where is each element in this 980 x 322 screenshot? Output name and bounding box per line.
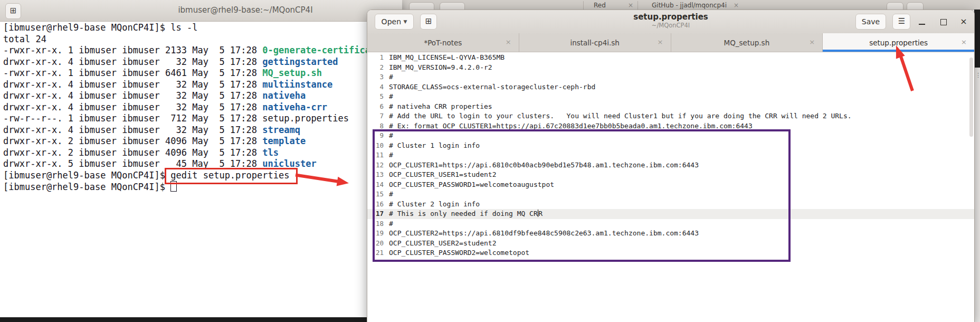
line-number: 1 <box>367 53 387 63</box>
terminal-line: -rwxr-xr-x. 1 ibmuser ibmuser 6461 May 5… <box>3 68 402 79</box>
gedit-new-document-button[interactable]: ⊞ <box>420 14 437 30</box>
editor-line[interactable]: 6# nativeha CRR properties <box>367 102 974 112</box>
scrollbar[interactable] <box>969 58 973 137</box>
new-document-icon: ⊞ <box>425 16 432 26</box>
tab-setup-properties[interactable]: setup.properties× <box>823 33 974 52</box>
code-text: # <box>387 92 393 102</box>
terminal-text: total 24 <box>3 34 46 44</box>
annotation-red-box <box>165 168 298 184</box>
terminal-line: -rwxr-xr-x. 1 ibmuser ibmuser 2133 May 5… <box>3 45 402 56</box>
tab-label: setup.properties <box>869 39 928 47</box>
editor-line[interactable]: 7# Add the URL to login to your clusters… <box>367 111 974 121</box>
chevron-down-icon: ▼ <box>403 19 407 24</box>
background-light-edge <box>974 68 980 322</box>
line-number: 4 <box>367 82 387 92</box>
terminal-line: drwxr-xr-x. 4 ibmuser ibmuser 32 May 5 1… <box>3 90 402 102</box>
line-number: 3 <box>367 72 387 82</box>
terminal-text: drwxr-xr-x. 4 ibmuser ibmuser 32 May 5 1… <box>3 79 262 90</box>
background-close-button[interactable] <box>907 2 924 10</box>
background-dark-edge <box>974 10 980 68</box>
terminal-text: drwxr-xr-x. 2 ibmuser ibmuser 4096 May 5… <box>3 147 262 158</box>
line-number: 6 <box>367 102 387 112</box>
editor-line[interactable]: 5# <box>367 92 974 102</box>
terminal-titlebar: ⊞ ibmuser@rhel9-base:~/MQonCP4I <box>0 0 402 22</box>
line-number: 7 <box>367 111 387 121</box>
editor-line[interactable]: 2IBM_MQ_VERSION=9.4.2.0-r2 <box>367 63 974 73</box>
editor-line[interactable]: 4STORAGE_CLASS=ocs-external-storageclust… <box>367 82 974 92</box>
code-text: IBM_MQ_LICENSE=L-QYVA-B365MB <box>387 53 505 63</box>
line-number: 2 <box>367 63 387 73</box>
terminal-line: drwxr-xr-x. 4 ibmuser ibmuser 32 May 5 1… <box>3 102 402 113</box>
tab-label: MQ_setup.sh <box>724 39 770 47</box>
close-button[interactable]: × <box>958 16 969 27</box>
file-name: multiinstance <box>262 79 332 90</box>
background-tab-close-icon[interactable]: × <box>628 2 633 9</box>
window-title: setup.properties <box>594 12 747 22</box>
close-icon: × <box>960 16 967 26</box>
terminal-line: drwxr-xr-x. 2 ibmuser ibmuser 4096 May 5… <box>3 136 402 147</box>
open-button[interactable]: Open ▼ <box>375 14 414 30</box>
tab-label: *PoT-notes <box>424 39 462 47</box>
terminal-line: total 24 <box>3 34 402 45</box>
terminal-line: drwxr-xr-x. 4 ibmuser ibmuser 32 May 5 1… <box>3 56 402 68</box>
new-tab-icon: ⊞ <box>10 6 17 15</box>
screenshot-stage: Red × GitHub - jjadl/mqoncp4i × ⋮ ⊞ ibmu… <box>0 0 980 322</box>
gedit-headerbar: Open ▼ ⊞ setup.properties ~/MQonCP4I Sav… <box>367 10 974 34</box>
file-name: unicluster <box>262 158 316 169</box>
terminal-text: [ibmuser@rhel9-base MQonCP4I]$ <box>3 170 170 181</box>
save-button[interactable]: Save <box>855 14 886 30</box>
minimize-button[interactable] <box>917 16 928 27</box>
file-name: 0-generate-certificat <box>262 45 376 55</box>
background-tab-label[interactable]: Red <box>594 2 606 9</box>
terminal-line: drwxr-xr-x. 4 ibmuser ibmuser 32 May 5 1… <box>3 125 402 136</box>
terminal-line: drwxr-xr-x. 2 ibmuser ibmuser 4096 May 5… <box>3 147 402 159</box>
background-window-strip: Red × GitHub - jjadl/mqoncp4i × <box>311 0 980 10</box>
terminal-text: -rw-r--r--. 1 ibmuser ibmuser 712 May 5 … <box>3 113 349 124</box>
terminal-text: drwxr-xr-x. 4 ibmuser ibmuser 32 May 5 1… <box>3 102 262 112</box>
divider <box>638 1 638 10</box>
terminal-text: [ibmuser@rhel9-base MQonCP4I]$ ls -l <box>3 22 197 33</box>
terminal-line: [ibmuser@rhel9-base MQonCP4I]$ ls -l <box>3 22 402 34</box>
terminal-window: ⊞ ibmuser@rhel9-base:~/MQonCP4I [ibmuser… <box>0 0 402 318</box>
file-name: streamq <box>262 125 300 135</box>
tab-install-cp4i-sh[interactable]: install-cp4i.sh× <box>519 33 671 52</box>
terminal-text: drwxr-xr-x. 5 ibmuser ibmuser 45 May 5 1… <box>3 158 262 169</box>
background-search-button[interactable] <box>409 2 434 10</box>
file-name: nativeha <box>262 90 306 101</box>
terminal-bottom-edge <box>0 317 367 322</box>
tab-close-icon[interactable]: × <box>506 38 511 46</box>
hamburger-menu-button[interactable]: ☰ <box>892 14 910 30</box>
background-tab-close-icon[interactable]: × <box>734 2 739 9</box>
background-tab-label[interactable]: GitHub - jjadl/mqoncp4i <box>652 2 727 9</box>
tab--pot-notes[interactable]: *PoT-notes× <box>367 33 519 52</box>
line-number: 5 <box>367 92 387 102</box>
file-name: tls <box>262 147 279 158</box>
tab-mq-setup-sh[interactable]: MQ_setup.sh× <box>671 33 823 52</box>
file-name: template <box>262 136 306 146</box>
maximize-icon <box>940 19 947 25</box>
terminal-text: [ibmuser@rhel9-base MQonCP4I]$ <box>3 182 170 192</box>
terminal-lines: [ibmuser@rhel9-base MQonCP4I]$ ls -ltota… <box>3 22 402 193</box>
tab-close-icon[interactable]: × <box>658 38 663 46</box>
terminal-text: drwxr-xr-x. 4 ibmuser ibmuser 32 May 5 1… <box>3 125 262 135</box>
tab-close-icon[interactable]: × <box>809 38 815 46</box>
file-name: MQ_setup.sh <box>262 68 322 78</box>
terminal-title: ibmuser@rhel9-base:~/MQonCP4I <box>95 5 396 15</box>
file-name: nativeha-crr <box>262 102 327 112</box>
code-text: # <box>387 72 393 82</box>
gedit-title-block: setup.properties ~/MQonCP4I <box>594 12 747 29</box>
terminal-text: drwxr-xr-x. 4 ibmuser ibmuser 32 May 5 1… <box>3 90 262 101</box>
tab-bar: *PoT-notes×install-cp4i.sh×MQ_setup.sh×s… <box>367 33 974 52</box>
editor-line[interactable]: 3# <box>367 72 974 82</box>
annotation-purple-box <box>373 129 791 262</box>
divider <box>583 1 584 10</box>
file-name: gettingstarted <box>262 56 338 67</box>
background-maximize-button[interactable] <box>887 2 903 10</box>
background-menu-button[interactable] <box>440 2 465 10</box>
code-text: # Add the URL to login to your clusters.… <box>387 111 852 121</box>
maximize-button[interactable] <box>938 16 949 27</box>
editor-line[interactable]: 1IBM_MQ_LICENSE=L-QYVA-B365MB <box>367 53 974 63</box>
tab-close-icon[interactable]: × <box>961 38 967 46</box>
terminal-new-tab-button[interactable]: ⊞ <box>5 3 21 19</box>
terminal-text: -rwxr-xr-x. 1 ibmuser ibmuser 6461 May 5… <box>3 68 262 78</box>
